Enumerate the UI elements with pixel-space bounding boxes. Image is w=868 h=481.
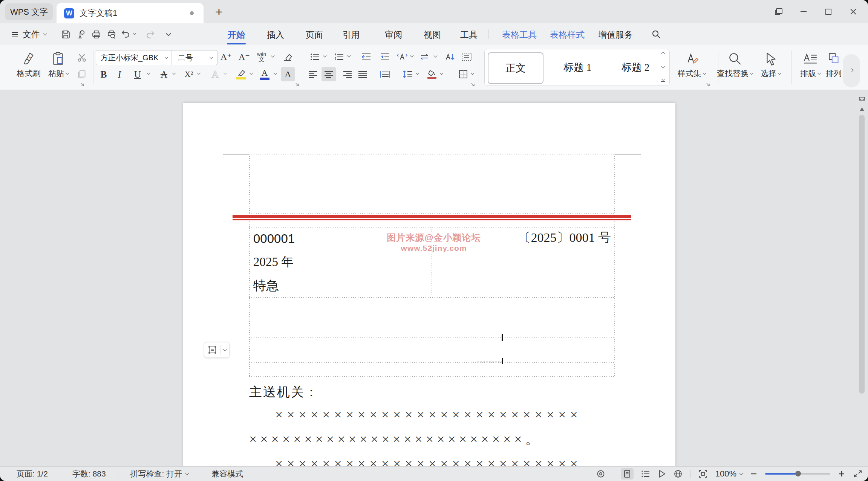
chevron-down-icon[interactable] [271,54,275,58]
tab-table-style[interactable]: 表格样式 [550,26,585,43]
ruler-toggle-icon[interactable] [859,95,865,102]
format-painter-button[interactable]: 格式刷 [13,48,44,79]
gallery-scroll-down-icon[interactable] [661,64,665,68]
copy-button[interactable] [75,67,89,81]
chevron-down-icon[interactable] [197,71,201,75]
fit-page-icon[interactable] [698,469,708,478]
tab-page[interactable]: 页面 [305,26,324,43]
read-mode-icon[interactable] [658,469,666,478]
chevron-down-icon[interactable] [323,54,327,58]
highlight-color-button[interactable] [234,67,248,81]
zoom-slider-thumb[interactable] [795,471,801,476]
zoom-in-icon[interactable] [838,470,845,478]
web-layout-icon[interactable] [674,469,683,478]
document-tab[interactable]: W 文字文稿1 [57,3,204,23]
table-tool-handle[interactable] [204,342,230,358]
style-heading2[interactable]: 标题 2 [609,52,662,82]
page-indicator[interactable]: 页面: 1/2 [17,469,48,479]
bullet-list-button[interactable] [308,50,322,64]
paste-button[interactable]: 粘贴 [43,48,74,79]
clear-format-button[interactable] [280,50,295,64]
clipboard-dialog-launcher-icon[interactable] [80,82,85,87]
chevron-down-icon[interactable] [416,71,419,75]
distribute-button[interactable] [378,67,392,81]
numbered-list-button[interactable] [332,50,346,64]
align-right-button[interactable] [340,67,355,81]
text-effects-button[interactable]: A [209,67,222,81]
tab-insert[interactable]: 插入 [266,26,285,43]
chevron-down-icon[interactable] [434,54,438,58]
export-pdf-button[interactable] [75,29,87,40]
close-button[interactable] [841,0,866,23]
tab-reference[interactable]: 引用 [342,26,361,43]
qat-customize-button[interactable] [163,29,174,40]
borders-button[interactable] [456,67,470,81]
styles-dialog-launcher-icon[interactable] [706,82,711,87]
print-preview-button[interactable] [106,29,117,40]
tab-table-tools[interactable]: 表格工具 [502,26,537,43]
maximize-button[interactable] [816,0,841,23]
chevron-down-icon[interactable] [347,54,351,58]
decrease-indent-button[interactable] [360,50,373,64]
line-spacing-button[interactable] [401,67,415,81]
shading-button[interactable] [425,67,439,81]
minimize-button[interactable] [791,0,816,23]
spellcheck-status[interactable]: 拼写检查: 打开 [130,469,189,479]
zoom-level[interactable]: 100% [715,469,742,479]
zoom-slider[interactable] [765,473,830,475]
chevron-down-icon[interactable] [250,71,253,75]
font-color-button[interactable]: A [257,67,272,81]
outline-view-icon[interactable] [641,470,650,478]
gallery-expand-icon[interactable] [661,79,665,82]
expand-ribbon-button[interactable] [843,54,860,87]
fullscreen-icon[interactable] [853,469,863,478]
character-shading-button[interactable]: A [281,67,295,81]
sort-button[interactable] [443,50,457,64]
chevron-down-icon[interactable] [224,71,227,75]
eye-protect-icon[interactable] [596,469,605,478]
paragraph-layout-button[interactable] [459,50,474,64]
save-button[interactable] [60,29,71,40]
strikethrough-button[interactable]: A [158,67,170,81]
gallery-scroll-up-icon[interactable] [661,52,665,56]
find-replace-button[interactable]: 查找替换 [714,48,756,79]
print-button[interactable] [90,29,102,40]
chevron-down-icon[interactable] [471,71,475,75]
align-center-button[interactable] [321,67,336,81]
zoom-out-icon[interactable] [750,470,758,478]
tab-review[interactable]: 审阅 [384,26,403,43]
chevron-down-icon[interactable] [410,54,414,58]
paragraph-dialog-launcher-icon[interactable] [470,82,476,87]
justify-button[interactable] [355,67,370,81]
document-canvas[interactable]: 000001 2025 年 特急 〔2025〕0001 号 图片来源@金小颖论坛… [0,90,868,466]
tab-home[interactable]: 开始 [227,26,246,43]
cut-button[interactable] [75,50,89,65]
font-size-select[interactable]: 二号 [171,50,217,65]
italic-button[interactable]: I [113,67,126,81]
shrink-font-button[interactable]: A⁻ [237,50,251,64]
multi-window-button[interactable] [766,0,791,23]
page-view-button[interactable] [621,468,634,479]
style-heading1[interactable]: 标题 1 [551,52,604,82]
bold-button[interactable]: B [97,67,110,81]
style-normal[interactable]: 正文 [488,52,543,84]
font-dialog-launcher-icon[interactable] [295,82,300,87]
increase-indent-button[interactable] [378,50,392,64]
select-button[interactable]: 选择 [756,48,786,79]
pinyin-guide-button[interactable]: wén 文 [253,50,270,64]
character-scale-button[interactable] [395,50,409,64]
ribbon-search-button[interactable] [651,29,662,40]
scroll-up-arrow-icon[interactable] [859,107,865,112]
chevron-down-icon[interactable] [147,71,150,75]
wps-app-button[interactable]: WPS 文字 [5,3,53,20]
chevron-down-icon[interactable] [172,71,176,75]
vertical-scrollbar[interactable] [859,115,865,394]
word-count[interactable]: 字数: 883 [72,469,106,479]
style-set-button[interactable]: 样式集 [675,48,709,79]
font-family-select[interactable]: 方正小标宋_GBK 二号 [96,50,217,65]
tab-view[interactable]: 视图 [423,26,442,43]
underline-button[interactable]: U [131,67,144,81]
tab-tools[interactable]: 工具 [459,26,478,43]
redo-button[interactable] [144,29,156,40]
new-tab-button[interactable]: + [211,4,227,20]
